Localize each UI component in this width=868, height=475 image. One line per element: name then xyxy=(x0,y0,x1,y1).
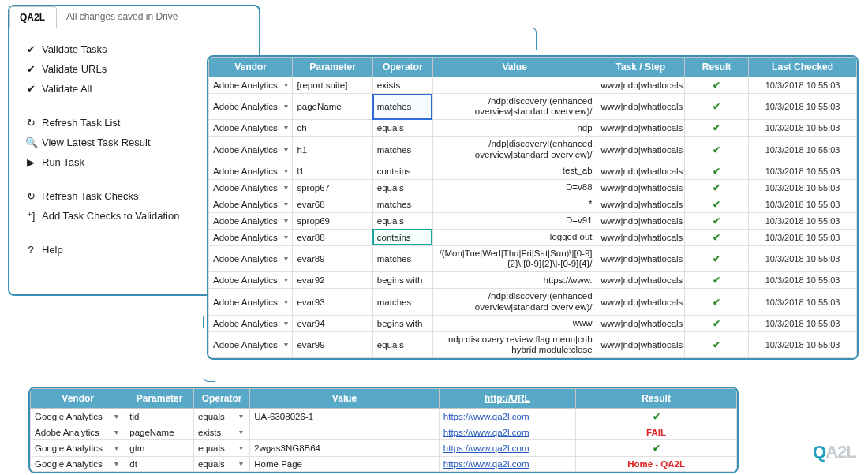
addon-menu-panel: QA2L All changes saved in Drive ✔Validat… xyxy=(8,5,260,6)
